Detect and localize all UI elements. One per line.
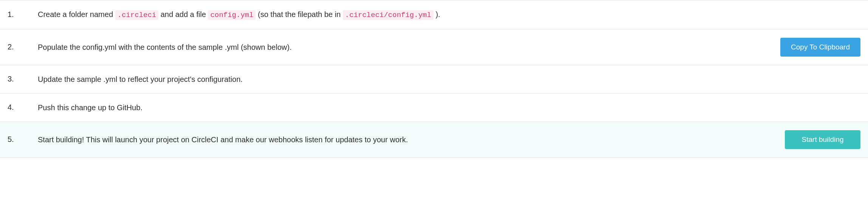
- step-text-part: Create a folder named: [38, 10, 115, 18]
- step-number: 4.: [8, 103, 38, 112]
- step-row: 1. Create a folder named .circleci and a…: [0, 0, 868, 29]
- step-row: 2. Populate the config.yml with the cont…: [0, 29, 868, 65]
- step-row: 4. Push this change up to GitHub.: [0, 93, 868, 122]
- step-row: 5. Start building! This will launch your…: [0, 122, 868, 158]
- step-number: 3.: [8, 75, 38, 83]
- start-building-button[interactable]: Start building: [785, 130, 860, 149]
- step-text: Populate the config.yml with the content…: [38, 42, 773, 53]
- setup-steps-list: 1. Create a folder named .circleci and a…: [0, 0, 868, 158]
- step-number: 5.: [8, 135, 38, 144]
- step-row: 3. Update the sample .yml to reflect you…: [0, 65, 868, 93]
- code-snippet: .circleci/config.yml: [343, 10, 434, 20]
- copy-to-clipboard-button[interactable]: Copy To Clipboard: [780, 38, 860, 57]
- step-text: Update the sample .yml to reflect your p…: [38, 74, 860, 85]
- step-text-part: and add a file: [161, 10, 208, 18]
- step-text: Create a folder named .circleci and add …: [38, 9, 860, 21]
- step-action: Start building: [785, 130, 860, 149]
- step-text-part: ).: [436, 10, 440, 18]
- step-text: Start building! This will launch your pr…: [38, 134, 777, 145]
- step-text-part: (so that the filepath be in: [258, 10, 343, 18]
- step-number: 2.: [8, 43, 38, 51]
- step-action: Copy To Clipboard: [780, 38, 860, 57]
- code-snippet: config.yml: [208, 10, 256, 20]
- step-number: 1.: [8, 10, 38, 19]
- code-snippet: .circleci: [115, 10, 159, 20]
- step-text: Push this change up to GitHub.: [38, 102, 860, 113]
